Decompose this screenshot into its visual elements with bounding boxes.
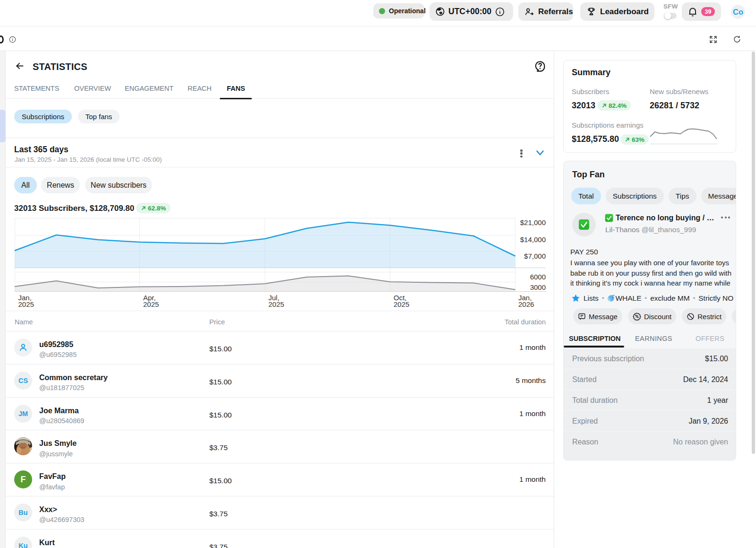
svg-text:2025: 2025: [268, 300, 284, 308]
svg-text:2025: 2025: [394, 300, 409, 308]
svg-text:2025: 2025: [143, 300, 159, 308]
svg-text:6000: 6000: [530, 273, 546, 281]
svg-text:2025: 2025: [18, 300, 34, 308]
svg-text:2026: 2026: [518, 300, 534, 308]
svg-text:$7,000: $7,000: [524, 252, 546, 260]
svg-text:$21,000: $21,000: [520, 218, 546, 226]
svg-text:$14,000: $14,000: [520, 235, 546, 244]
svg-text:3000: 3000: [530, 283, 546, 291]
